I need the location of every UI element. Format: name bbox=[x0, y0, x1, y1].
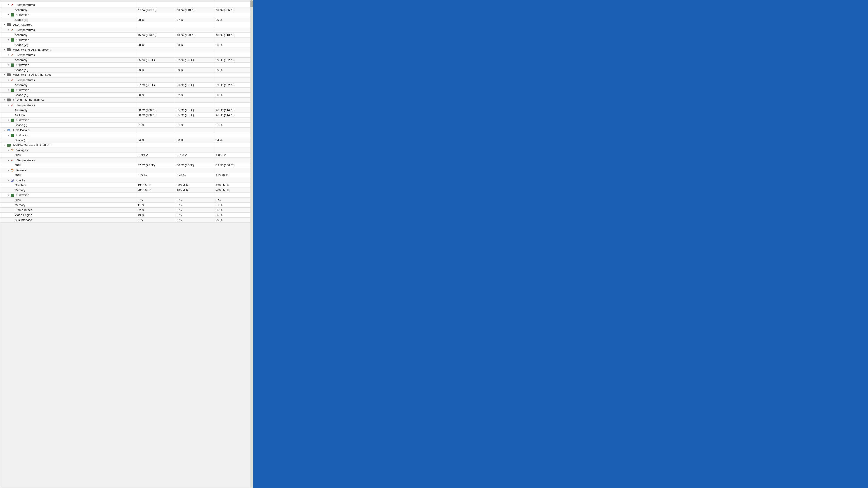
value-cell bbox=[135, 178, 175, 183]
usb-icon bbox=[7, 128, 11, 132]
expand-icon[interactable]: ▼ bbox=[7, 39, 9, 41]
min-cell: 48 °C (118 °F) bbox=[175, 7, 214, 12]
value-cell bbox=[135, 2, 175, 7]
sensor-label: Temperatures bbox=[17, 28, 35, 32]
sensor-label: Utilization bbox=[17, 119, 29, 122]
table-row: GPU0.719 V0.700 V1.069 V bbox=[0, 153, 253, 158]
expand-icon[interactable]: ▼ bbox=[7, 54, 9, 56]
value-cell bbox=[135, 22, 175, 27]
sensor-cell: Assembly bbox=[0, 108, 135, 113]
sensor-cell: Graphics bbox=[0, 183, 135, 188]
temp-icon: ✔ bbox=[11, 3, 14, 6]
sensor-label: USB Drive 5 bbox=[13, 129, 30, 132]
value-cell: 45 °C (113 °F) bbox=[135, 33, 175, 37]
expand-icon[interactable]: ▼ bbox=[4, 49, 6, 51]
expand-icon[interactable]: ▼ bbox=[4, 74, 6, 76]
value-cell bbox=[135, 27, 175, 33]
max-cell bbox=[214, 72, 253, 77]
max-cell: 91 % bbox=[214, 123, 253, 128]
sensor-cell: ▼ Clocks bbox=[0, 178, 135, 183]
table-container: ▼✔ TemperaturesAssembly57 °C (134 °F)48 … bbox=[0, 0, 253, 488]
expand-icon[interactable]: ▼ bbox=[4, 99, 6, 101]
expand-icon[interactable]: ▼ bbox=[7, 169, 9, 171]
max-cell: 46 °C (114 °F) bbox=[214, 108, 253, 113]
expand-icon[interactable]: ▼ bbox=[7, 159, 9, 161]
min-cell: 82 % bbox=[175, 93, 214, 98]
min-cell: 35 °C (95 °F) bbox=[175, 108, 214, 113]
sensor-label: Memory bbox=[15, 203, 25, 207]
value-cell bbox=[135, 77, 175, 83]
sensor-cell: ▼ NVIDIA GeForce RTX 2080 Ti bbox=[0, 143, 135, 148]
header-sensor[interactable] bbox=[0, 0, 135, 2]
volt-icon bbox=[11, 149, 14, 152]
expand-icon[interactable]: ▼ bbox=[7, 4, 9, 6]
max-cell bbox=[214, 53, 253, 58]
max-cell: 46 °C (114 °F) bbox=[214, 113, 253, 118]
header-max[interactable] bbox=[214, 0, 253, 2]
min-cell bbox=[175, 12, 214, 18]
util-icon bbox=[11, 89, 14, 92]
sensor-cell: ▼✔ Temperatures bbox=[0, 103, 135, 108]
vertical-scrollbar[interactable] bbox=[250, 0, 253, 488]
min-cell: 405 MHz bbox=[175, 188, 214, 193]
value-cell bbox=[135, 63, 175, 68]
table-row: GPU6.72 %0.44 %113.90 % bbox=[0, 173, 253, 178]
expand-icon[interactable]: ▼ bbox=[7, 79, 9, 81]
expand-icon[interactable]: ▼ bbox=[7, 64, 9, 66]
expand-icon[interactable]: ▼ bbox=[7, 134, 9, 136]
sensor-label: Utilization bbox=[17, 13, 29, 17]
min-cell bbox=[175, 143, 214, 148]
value-cell: 6.72 % bbox=[135, 173, 175, 178]
scrollbar-thumb[interactable] bbox=[250, 0, 253, 7]
value-cell: 0 % bbox=[135, 218, 175, 223]
min-cell: 97 % bbox=[175, 18, 214, 22]
min-cell: 0.700 V bbox=[175, 153, 214, 158]
sensor-label: Powers bbox=[17, 168, 26, 172]
expand-icon[interactable]: ▼ bbox=[7, 89, 9, 91]
min-cell bbox=[175, 148, 214, 153]
max-cell: 98 % bbox=[214, 42, 253, 47]
expand-icon[interactable]: ▼ bbox=[4, 24, 6, 26]
sensor-cell: ▼ Voltages bbox=[0, 148, 135, 153]
expand-icon[interactable]: ▼ bbox=[7, 149, 9, 151]
sensor-label: Temperatures bbox=[17, 53, 35, 57]
expand-icon[interactable]: ▼ bbox=[4, 144, 6, 146]
clock-icon bbox=[11, 179, 14, 182]
table-row: Space (e:)99 %99 %99 % bbox=[0, 68, 253, 72]
header-value[interactable] bbox=[135, 0, 175, 2]
table-header-row bbox=[0, 0, 253, 2]
value-cell bbox=[135, 158, 175, 163]
value-cell: 38 °C (100 °F) bbox=[135, 108, 175, 113]
value-cell bbox=[135, 193, 175, 198]
sensor-label: Space (f:) bbox=[15, 138, 27, 142]
table-row: ▼ Clocks bbox=[0, 178, 253, 183]
sensor-cell: Bus Interface bbox=[0, 218, 135, 223]
max-cell bbox=[214, 178, 253, 183]
min-cell: 91 % bbox=[175, 123, 214, 128]
max-cell: 29 % bbox=[214, 218, 253, 223]
table-row: ▼✔ Temperatures bbox=[0, 2, 253, 7]
expand-icon[interactable]: ▼ bbox=[7, 104, 9, 106]
max-cell: 51 % bbox=[214, 203, 253, 207]
expand-icon[interactable]: ▼ bbox=[7, 194, 9, 196]
max-cell bbox=[214, 103, 253, 108]
min-cell bbox=[175, 77, 214, 83]
expand-icon[interactable]: ▼ bbox=[7, 179, 9, 181]
sensor-label: Utilization bbox=[17, 88, 29, 92]
value-cell bbox=[135, 12, 175, 18]
expand-icon[interactable]: ▼ bbox=[7, 14, 9, 16]
sensor-cell: ▼✔ Temperatures bbox=[0, 27, 135, 33]
table-row: ▼ ST2000LM007-1R8174 bbox=[0, 98, 253, 103]
min-cell: 30 % bbox=[175, 138, 214, 143]
temp-icon: ✔ bbox=[11, 158, 14, 162]
max-cell: 99 % bbox=[214, 68, 253, 72]
min-cell: 0.44 % bbox=[175, 173, 214, 178]
expand-icon[interactable]: ▼ bbox=[7, 29, 9, 31]
expand-icon[interactable]: ▼ bbox=[4, 129, 6, 131]
value-cell: 1350 MHz bbox=[135, 183, 175, 188]
table-row: ▼ ADATA SX950 bbox=[0, 22, 253, 27]
expand-icon[interactable]: ▼ bbox=[7, 119, 9, 121]
header-min[interactable] bbox=[175, 0, 214, 2]
sensor-label: Assembly bbox=[15, 58, 27, 62]
min-cell bbox=[175, 128, 214, 133]
